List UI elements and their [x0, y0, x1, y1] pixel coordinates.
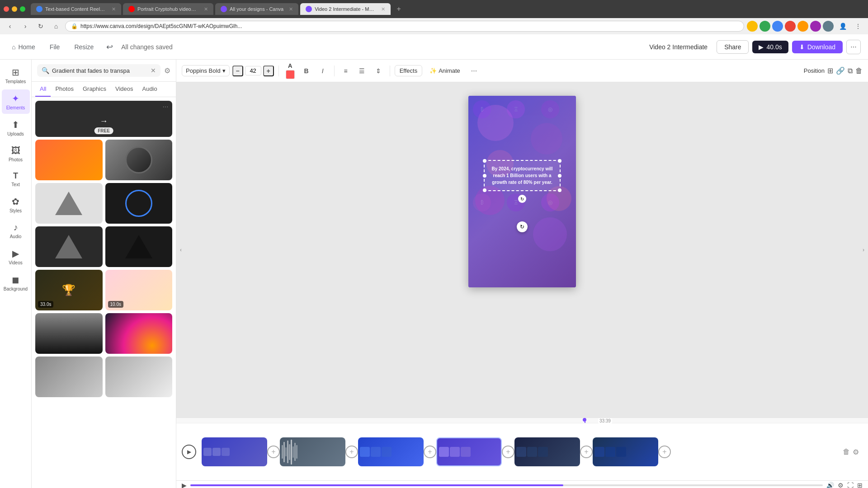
browser-menu-button[interactable]: ⋮: [852, 20, 864, 33]
more-options-icon[interactable]: ···: [163, 103, 169, 110]
home-button[interactable]: ⌂ Home: [7, 41, 40, 53]
list-item[interactable]: [105, 183, 173, 224]
track-add-button-5[interactable]: +: [580, 446, 593, 458]
effects-button[interactable]: Effects: [395, 65, 423, 76]
timeline-track-5[interactable]: [514, 437, 580, 466]
undo-button[interactable]: ↩: [104, 39, 116, 55]
user-profile-button[interactable]: 👤: [836, 20, 849, 33]
ext-icon-6[interactable]: [810, 21, 821, 32]
position-button[interactable]: Position: [804, 67, 825, 74]
sidebar-item-videos[interactable]: ▶ Videos: [2, 244, 30, 269]
design-canvas[interactable]: ₿ Ξ ◎ ₿ Ξ ◎ By 2: [468, 96, 576, 287]
file-button[interactable]: File: [45, 41, 65, 53]
settings-icon[interactable]: ⚙: [838, 482, 844, 488]
browser-tab-3[interactable]: All your designs - Canva ✕: [215, 3, 298, 15]
list-button[interactable]: ☰: [355, 64, 369, 78]
browser-tab-4[interactable]: Video 2 Intermediate - Mobile V... ✕: [300, 3, 391, 15]
close-window-btn[interactable]: [4, 6, 9, 12]
text-color-button[interactable]: A: [283, 64, 297, 78]
element-rotation-icon[interactable]: ↻: [517, 221, 528, 232]
search-clear-button[interactable]: ✕: [151, 67, 156, 74]
delete-icon[interactable]: 🗑: [855, 67, 863, 75]
font-size-decrease[interactable]: −: [232, 66, 243, 76]
home-nav-button[interactable]: ⌂: [50, 20, 62, 33]
list-item[interactable]: [35, 357, 103, 397]
track-settings-icon[interactable]: ⚙: [853, 448, 859, 456]
font-family-select[interactable]: Poppins Bold ▾: [182, 65, 230, 76]
timeline-track-2[interactable]: [280, 437, 345, 466]
tab-1-close[interactable]: ✕: [112, 6, 116, 12]
tab-all[interactable]: All: [35, 82, 51, 97]
minimize-window-btn[interactable]: [12, 6, 17, 12]
download-button[interactable]: ⬇ Download: [792, 41, 843, 53]
copy-icon[interactable]: ⧉: [848, 67, 853, 75]
ext-icon-2[interactable]: [760, 21, 770, 32]
canvas-prev-arrow[interactable]: ‹: [176, 245, 185, 254]
timeline-track-3[interactable]: [358, 437, 424, 466]
ext-icon-5[interactable]: [797, 21, 808, 32]
resize-handle-bl[interactable]: [483, 188, 486, 192]
tab-4-close[interactable]: ✕: [381, 6, 385, 12]
sidebar-item-styles[interactable]: ✿ Styles: [2, 192, 30, 217]
font-size-input[interactable]: [245, 66, 261, 75]
tab-3-close[interactable]: ✕: [289, 6, 293, 12]
tab-graphics[interactable]: Graphics: [78, 82, 111, 97]
resize-handle-ml[interactable]: [483, 174, 486, 178]
canvas-text-element[interactable]: By 2024, cryptocurrency will reach 1 Bil…: [484, 160, 561, 191]
track-add-button-6[interactable]: +: [658, 446, 671, 458]
forward-button[interactable]: ›: [19, 20, 32, 33]
browser-tab-2[interactable]: Portrait Cryptohub videos - You... ✕: [123, 3, 213, 15]
tab-photos[interactable]: Photos: [51, 82, 78, 97]
list-item[interactable]: [105, 226, 173, 267]
tab-videos[interactable]: Videos: [111, 82, 138, 97]
ext-icon-3[interactable]: [772, 21, 783, 32]
list-item[interactable]: 🏆 33.0s: [35, 270, 103, 310]
canvas-next-arrow[interactable]: ›: [859, 245, 868, 254]
timeline-track-6[interactable]: [593, 437, 658, 466]
link-icon[interactable]: 🔗: [836, 66, 845, 75]
sidebar-item-background[interactable]: ◼ Background: [2, 271, 30, 295]
track-add-button-1[interactable]: +: [267, 446, 280, 458]
list-item[interactable]: [35, 183, 103, 224]
bold-button[interactable]: B: [300, 64, 313, 78]
format-more-button[interactable]: ···: [467, 65, 481, 77]
resize-handle-br[interactable]: [558, 188, 561, 192]
fullscreen-icon[interactable]: ⛶: [847, 482, 854, 488]
font-size-increase[interactable]: +: [263, 66, 274, 76]
spacing-button[interactable]: ⇕: [372, 64, 385, 78]
back-button[interactable]: ‹: [4, 20, 16, 33]
list-item[interactable]: [105, 140, 173, 180]
ext-icon-4[interactable]: [785, 21, 796, 32]
list-item[interactable]: [35, 140, 103, 180]
timeline-track-1[interactable]: [202, 437, 267, 466]
ext-icon-7[interactable]: [823, 21, 834, 32]
timeline-track-4-selected[interactable]: [436, 437, 502, 466]
list-item[interactable]: [35, 226, 103, 267]
tab-audio[interactable]: Audio: [137, 82, 161, 97]
list-item[interactable]: [35, 313, 103, 354]
volume-icon[interactable]: 🔊: [826, 482, 834, 488]
sidebar-item-audio[interactable]: ♪ Audio: [2, 219, 30, 243]
resize-handle-tr[interactable]: [558, 159, 561, 163]
resize-button[interactable]: Resize: [70, 41, 98, 53]
list-item[interactable]: [105, 357, 173, 397]
animate-button[interactable]: ✨ Animate: [425, 66, 465, 76]
bottom-progress-bar[interactable]: [190, 484, 823, 486]
resize-handle-tl[interactable]: [483, 159, 486, 163]
bottom-play-button[interactable]: ▶: [182, 482, 187, 488]
refresh-button[interactable]: ↻: [34, 20, 47, 33]
share-button[interactable]: Share: [717, 40, 749, 54]
sidebar-item-templates[interactable]: ⊞ Templates: [2, 63, 30, 88]
grid-view-icon[interactable]: ⊞: [827, 66, 833, 75]
resize-handle-mr[interactable]: [558, 174, 561, 178]
track-add-button-2[interactable]: +: [345, 446, 358, 458]
ext-icon-1[interactable]: [747, 21, 758, 32]
expand-icon[interactable]: ⊞: [857, 482, 863, 488]
track-add-button-3[interactable]: +: [424, 446, 436, 458]
new-tab-button[interactable]: +: [392, 3, 405, 15]
rotate-handle[interactable]: ↻: [518, 195, 526, 203]
sidebar-item-elements[interactable]: ✦ Elements: [2, 89, 30, 114]
sidebar-item-text[interactable]: T Text: [2, 168, 30, 191]
list-item[interactable]: 10.0s: [105, 270, 173, 310]
play-time-button[interactable]: ▶ 40.0s: [752, 41, 788, 53]
